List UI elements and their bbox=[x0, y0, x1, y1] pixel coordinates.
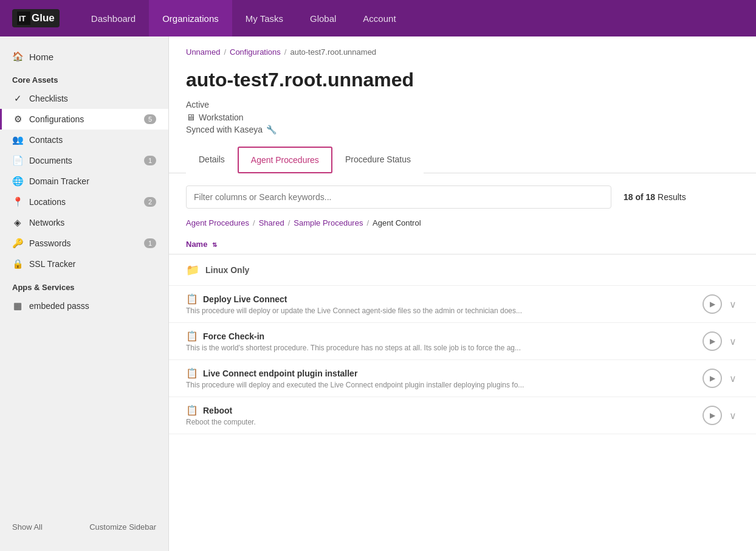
table-header: Name ⇅ bbox=[169, 235, 756, 254]
networks-icon: ◈ bbox=[12, 217, 23, 228]
nav-my-tasks[interactable]: My Tasks bbox=[232, 0, 297, 36]
sidebar-item-label: Networks bbox=[29, 218, 64, 227]
sidebar-item-checklists[interactable]: ✓ Checklists bbox=[0, 88, 168, 109]
column-actions bbox=[686, 235, 756, 254]
column-name[interactable]: Name ⇅ bbox=[169, 235, 686, 254]
procedure-info: 📋 Live Connect endpoint plugin installer… bbox=[186, 367, 668, 389]
show-all-link[interactable]: Show All bbox=[12, 522, 43, 532]
sidebar-item-configurations[interactable]: ⚙ Configurations 5 bbox=[0, 109, 168, 130]
procedure-actions: ▶ ∨ bbox=[703, 369, 739, 388]
content-path-agent-procedures[interactable]: Agent Procedures bbox=[186, 218, 249, 227]
meta-status: Active bbox=[186, 100, 739, 109]
locations-icon: 📍 bbox=[12, 196, 23, 207]
breadcrumb-configurations[interactable]: Configurations bbox=[230, 47, 281, 57]
sidebar-home[interactable]: 🏠 Home bbox=[0, 46, 168, 67]
customize-sidebar-link[interactable]: Customize Sidebar bbox=[89, 522, 156, 532]
ssl-tracker-icon: 🔒 bbox=[12, 258, 23, 269]
filter-bar: 18 of 18 Results bbox=[169, 185, 756, 216]
results-count: 18 of 18 Results bbox=[624, 192, 686, 202]
procedure-name: 📋 Reboot bbox=[186, 404, 668, 416]
filter-input[interactable] bbox=[186, 185, 611, 209]
folder-cell: 📁 Linux Only bbox=[169, 254, 756, 286]
play-button[interactable]: ▶ bbox=[703, 369, 722, 388]
page-title: auto-test7.root.unnamed bbox=[169, 63, 756, 100]
sidebar-item-label: Checklists bbox=[29, 94, 68, 103]
documents-badge: 1 bbox=[144, 156, 156, 165]
nav-account[interactable]: Account bbox=[349, 0, 409, 36]
results-count-strong: 18 of 18 bbox=[624, 192, 655, 202]
play-button[interactable]: ▶ bbox=[703, 406, 722, 425]
sidebar-item-label: Domain Tracker bbox=[29, 176, 89, 186]
sidebar-item-label: Configurations bbox=[29, 114, 84, 124]
chevron-down-icon[interactable]: ∨ bbox=[727, 407, 739, 424]
procedure-info-cell: 📋 Deploy Live Connect This procedure wil… bbox=[169, 286, 686, 323]
svg-text:IT: IT bbox=[19, 14, 26, 23]
sidebar-item-label: SSL Tracker bbox=[29, 259, 76, 269]
procedure-actions-cell: ▶ ∨ bbox=[686, 397, 756, 434]
tab-details[interactable]: Details bbox=[186, 147, 238, 173]
main-content: Unnamed / Configurations / auto-test7.ro… bbox=[169, 36, 756, 551]
play-button[interactable]: ▶ bbox=[703, 294, 722, 314]
folder-icon: 📁 bbox=[186, 263, 199, 277]
layout: 🏠 Home Core Assets ✓ Checklists ⚙ Config… bbox=[0, 36, 756, 551]
breadcrumb-sep2: / bbox=[284, 47, 287, 57]
doc-icon: 📋 bbox=[186, 367, 198, 379]
breadcrumb-unnamed[interactable]: Unnamed bbox=[186, 47, 220, 57]
procedure-desc: This is the world's shortest procedure. … bbox=[186, 344, 668, 352]
nav-dashboard[interactable]: Dashboard bbox=[78, 0, 149, 36]
breadcrumb: Unnamed / Configurations / auto-test7.ro… bbox=[169, 36, 756, 63]
sidebar-item-locations[interactable]: 📍 Locations 2 bbox=[0, 192, 168, 212]
doc-icon: 📋 bbox=[186, 293, 198, 305]
configurations-icon: ⚙ bbox=[12, 114, 23, 125]
sidebar-item-label: embeded passs bbox=[29, 301, 89, 311]
sidebar-item-embedded-passs[interactable]: ▦ embeded passs bbox=[0, 296, 168, 316]
chevron-down-icon[interactable]: ∨ bbox=[727, 333, 739, 350]
sidebar-item-documents[interactable]: 📄 Documents 1 bbox=[0, 150, 168, 171]
results-suffix: Results bbox=[658, 192, 686, 202]
table-row[interactable]: 📋 Deploy Live Connect This procedure wil… bbox=[169, 286, 756, 323]
content-path-current: Agent Control bbox=[373, 218, 421, 227]
sidebar-item-label: Passwords bbox=[29, 238, 70, 248]
content-path-shared[interactable]: Shared bbox=[259, 218, 284, 227]
logo[interactable]: IT Glue bbox=[12, 9, 60, 27]
table-row[interactable]: 📋 Live Connect endpoint plugin installer… bbox=[169, 360, 756, 397]
doc-icon: 📋 bbox=[186, 404, 198, 416]
procedure-info: 📋 Deploy Live Connect This procedure wil… bbox=[186, 293, 668, 315]
sidebar-item-domain-tracker[interactable]: 🌐 Domain Tracker bbox=[0, 171, 168, 192]
nav-organizations[interactable]: Organizations bbox=[149, 0, 232, 36]
chevron-down-icon[interactable]: ∨ bbox=[727, 296, 739, 313]
folder-name: 📁 Linux Only bbox=[186, 263, 739, 277]
play-button[interactable]: ▶ bbox=[703, 331, 722, 351]
content-path-sample-procedures[interactable]: Sample Procedures bbox=[294, 218, 363, 227]
sidebar-item-passwords[interactable]: 🔑 Passwords 1 bbox=[0, 233, 168, 254]
table-row[interactable]: 📋 Force Check-in This is the world's sho… bbox=[169, 323, 756, 360]
configurations-badge: 5 bbox=[144, 114, 156, 124]
procedure-name: 📋 Live Connect endpoint plugin installer bbox=[186, 367, 668, 379]
procedure-actions: ▶ ∨ bbox=[703, 331, 739, 351]
chevron-down-icon[interactable]: ∨ bbox=[727, 370, 739, 387]
breadcrumb-sep1: / bbox=[224, 47, 226, 57]
procedure-actions-cell: ▶ ∨ bbox=[686, 323, 756, 360]
tab-procedure-status[interactable]: Procedure Status bbox=[332, 147, 424, 173]
procedure-actions-cell: ▶ ∨ bbox=[686, 360, 756, 397]
procedure-name: 📋 Force Check-in bbox=[186, 330, 668, 342]
sidebar-item-ssl-tracker[interactable]: 🔒 SSL Tracker bbox=[0, 254, 168, 274]
tab-agent-procedures[interactable]: Agent Procedures bbox=[238, 147, 332, 173]
documents-icon: 📄 bbox=[12, 155, 23, 166]
top-navigation: IT Glue Dashboard Organizations My Tasks… bbox=[0, 0, 756, 36]
logo-text: Glue bbox=[32, 12, 55, 24]
page-meta: Active 🖥 Workstation Synced with Kaseya … bbox=[169, 100, 756, 147]
apps-services-title: Apps & Services bbox=[0, 274, 168, 296]
sidebar-home-label: Home bbox=[29, 52, 53, 62]
sidebar-item-contacts[interactable]: 👥 Contacts bbox=[0, 130, 168, 150]
passwords-badge: 1 bbox=[144, 238, 156, 248]
nav-links: Dashboard Organizations My Tasks Global … bbox=[78, 0, 744, 36]
nav-global[interactable]: Global bbox=[297, 0, 349, 36]
table-body: 📁 Linux Only 📋 Deploy Live Connect bbox=[169, 254, 756, 434]
content-path-sep3: / bbox=[366, 218, 369, 227]
doc-icon: 📋 bbox=[186, 330, 198, 342]
passwords-icon: 🔑 bbox=[12, 238, 23, 249]
sidebar-item-networks[interactable]: ◈ Networks bbox=[0, 212, 168, 233]
table-row[interactable]: 📋 Reboot Reboot the computer. ▶ ∨ bbox=[169, 397, 756, 434]
kaseya-icon: 🔧 bbox=[266, 125, 277, 134]
